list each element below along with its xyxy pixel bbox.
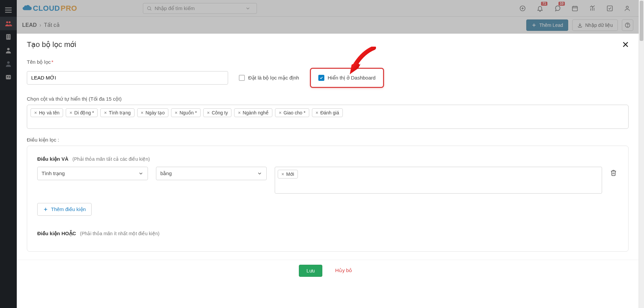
condition-row: Tình trạngbằng×Mới <box>37 167 618 194</box>
filter-name-input[interactable] <box>27 71 228 85</box>
remove-tag-icon[interactable]: × <box>281 172 284 176</box>
column-tag-label: Công ty <box>212 110 228 115</box>
sidebar-item-person[interactable] <box>0 44 17 57</box>
checkbox-checked-icon <box>318 75 324 81</box>
column-tag[interactable]: ×Ngày tạo <box>137 108 168 117</box>
svg-rect-10 <box>7 38 8 38</box>
add-button[interactable] <box>517 2 529 14</box>
dashboard-highlight: Hiển thị ở Dashboard <box>310 68 384 88</box>
breadcrumb-module[interactable]: LEAD <box>22 22 37 28</box>
condition-value-tag[interactable]: ×Mới <box>278 170 298 178</box>
columns-selector[interactable]: ×Họ và tên×Di động *×Tình trạng×Ngày tạo… <box>27 105 629 129</box>
chevron-down-icon <box>245 6 251 11</box>
default-filter-checkbox[interactable]: Đặt là bộ lọc mặc định <box>239 75 299 81</box>
close-button[interactable]: ✕ <box>622 40 629 50</box>
sidebar-item-building[interactable] <box>0 30 17 44</box>
filter-modal: ✕ Tạo bộ lọc mới Tên bộ lọc* Đặt là bộ l… <box>17 34 639 308</box>
remove-tag-icon[interactable]: × <box>69 110 72 115</box>
search-icon <box>147 6 152 11</box>
condition-operator-select[interactable]: bằng <box>156 167 267 180</box>
condition-value-label: Mới <box>286 171 294 177</box>
topbar: CLOUDPRO 71 10 <box>17 0 639 17</box>
column-tag[interactable]: ×Di động * <box>66 108 98 117</box>
remove-tag-icon[interactable]: × <box>316 110 318 115</box>
remove-tag-icon[interactable]: × <box>207 110 210 115</box>
dashboard-checkbox[interactable]: Hiển thị ở Dashboard <box>318 75 376 81</box>
svg-point-15 <box>7 76 8 78</box>
remove-tag-icon[interactable]: × <box>104 110 107 115</box>
subbar: LEAD › Tất cả Thêm Lead Nhập dữ liệu <box>17 17 639 34</box>
svg-point-35 <box>627 26 628 27</box>
delete-condition-button[interactable] <box>610 169 618 177</box>
remove-tag-icon[interactable]: × <box>238 110 240 115</box>
columns-label: Chọn cột và thứ tự hiển thị (Tối đa 15 c… <box>27 96 629 102</box>
condition-field-select[interactable]: Tình trạng <box>37 167 148 180</box>
sidebar-item-people[interactable] <box>0 17 17 30</box>
column-tag-label: Ngành nghề <box>243 110 269 115</box>
menu-toggle-button[interactable] <box>0 3 17 17</box>
remove-tag-icon[interactable]: × <box>175 110 177 115</box>
sidebar-item-card[interactable] <box>0 70 17 84</box>
svg-rect-23 <box>573 6 578 11</box>
chat-button[interactable]: 10 <box>551 2 564 14</box>
add-condition-button[interactable]: Thêm điều kiện <box>37 203 92 216</box>
column-tag[interactable]: ×Họ và tên <box>31 108 63 117</box>
search-input[interactable] <box>155 5 245 11</box>
remove-tag-icon[interactable]: × <box>34 110 37 115</box>
import-label: Nhập dữ liệu <box>585 22 613 28</box>
condition-value-box[interactable]: ×Mới <box>275 167 602 194</box>
save-button[interactable]: Lưu <box>299 265 323 277</box>
column-tag[interactable]: ×Ngành nghề <box>234 108 272 117</box>
tasks-button[interactable] <box>604 2 616 14</box>
svg-point-18 <box>148 6 151 9</box>
dashboard-checkbox-label: Hiển thị ở Dashboard <box>328 75 376 81</box>
svg-rect-7 <box>9 35 9 36</box>
default-filter-label: Đặt là bộ lọc mặc định <box>248 75 299 81</box>
sidebar-item-person-dark[interactable] <box>0 57 17 70</box>
svg-point-3 <box>6 21 8 23</box>
logo[interactable]: CLOUDPRO <box>22 4 77 13</box>
notifications-badge: 71 <box>541 2 547 6</box>
column-tag[interactable]: ×Đánh giá <box>312 108 343 117</box>
user-menu-button[interactable] <box>621 2 633 14</box>
calendar-button[interactable] <box>569 2 581 14</box>
add-lead-label: Thêm Lead <box>539 22 563 28</box>
help-button[interactable] <box>622 19 633 31</box>
svg-point-4 <box>9 21 11 23</box>
column-tag[interactable]: ×Tình trạng <box>100 108 134 117</box>
remove-tag-icon[interactable]: × <box>279 110 281 115</box>
svg-rect-16 <box>9 76 10 76</box>
svg-rect-8 <box>7 36 8 37</box>
breadcrumb-tail[interactable]: Tất cả <box>44 22 60 28</box>
add-lead-button[interactable]: Thêm Lead <box>526 19 568 31</box>
chat-badge: 10 <box>558 2 565 6</box>
global-search[interactable] <box>143 3 257 14</box>
column-tag[interactable]: ×Giao cho * <box>275 108 309 117</box>
modal-title: Tạo bộ lọc mới <box>27 40 629 49</box>
column-tag-label: Tình trạng <box>109 110 131 115</box>
svg-rect-6 <box>7 35 8 36</box>
modal-footer: Lưu Hủy bỏ <box>17 260 639 281</box>
column-tag-label: Giao cho * <box>283 110 305 115</box>
checkbox-unchecked-icon <box>239 75 245 81</box>
svg-point-13 <box>7 61 9 64</box>
column-tag[interactable]: ×Công ty <box>203 108 231 117</box>
notifications-button[interactable]: 71 <box>534 2 546 14</box>
chevron-right-icon: › <box>40 22 41 28</box>
cancel-button[interactable]: Hủy bỏ <box>330 265 357 276</box>
filter-name-label: Tên bộ lọc* <box>27 59 629 65</box>
left-rail <box>0 0 17 308</box>
and-condition-header: Điều kiện VÀ (Phải thỏa mãn tất cả các đ… <box>37 156 618 162</box>
logo-text-a: CLOUD <box>33 4 60 13</box>
svg-line-19 <box>150 9 151 10</box>
analytics-button[interactable] <box>586 2 598 14</box>
conditions-label: Điều kiện lọc : <box>27 137 629 143</box>
column-tag[interactable]: ×Nguồn * <box>171 108 201 117</box>
remove-tag-icon[interactable]: × <box>141 110 144 115</box>
import-button[interactable]: Nhập dữ liệu <box>572 19 618 31</box>
logo-text-b: PRO <box>61 4 77 13</box>
browser-scrollbar[interactable] <box>639 0 644 308</box>
svg-rect-9 <box>9 36 9 37</box>
conditions-box: Điều kiện VÀ (Phải thỏa mãn tất cả các đ… <box>27 146 629 252</box>
column-tag-label: Họ và tên <box>39 110 59 115</box>
